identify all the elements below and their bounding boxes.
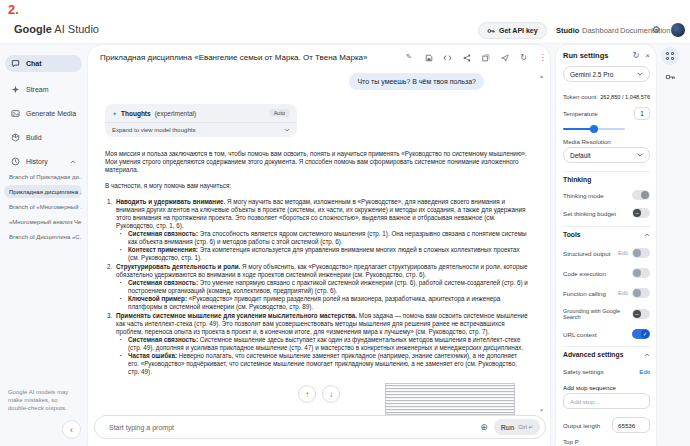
prompt-composer[interactable]: Start typing a prompt ⊕ Run Ctrl ↵: [94, 415, 546, 439]
more-options-icon[interactable]: ⋮: [538, 53, 547, 62]
history-item[interactable]: Branch of Дисциплина «С...: [4, 230, 82, 243]
function-calling-edit-link[interactable]: Edit: [618, 290, 628, 296]
grounding-toggle[interactable]: [632, 309, 650, 319]
output-length-label: Output length: [563, 422, 600, 429]
history-item[interactable]: «Многомерный анализ Че...: [4, 215, 82, 228]
get-code-icon[interactable]: [443, 53, 452, 62]
chevron-down-icon: [284, 128, 290, 132]
top-p-label: Top P: [563, 438, 579, 445]
model-response-text: Моя миссия и польза заключаются в том, ч…: [105, 150, 529, 378]
sidebar-item-chat[interactable]: Chat: [5, 55, 82, 72]
run-button[interactable]: Run Ctrl ↵: [494, 419, 540, 435]
response-list-item: 3. Применять системное мышление для усил…: [105, 312, 529, 376]
media-resolution-value: Default: [570, 152, 591, 159]
chevron-down-icon: [637, 72, 643, 76]
divider: [563, 346, 650, 347]
share-icon[interactable]: [462, 53, 471, 62]
nav-dashboard[interactable]: Dashboard: [582, 26, 619, 35]
model-selector[interactable]: Gemini 2.5 Pro: [563, 66, 650, 82]
thoughts-header: ✦ Thoughts (experimental) Auto: [105, 104, 297, 122]
run-settings-rail-button[interactable]: [661, 47, 679, 65]
sidebar-collapse-button[interactable]: ‹: [62, 420, 81, 439]
thumbs-up-button[interactable]: ↑: [298, 385, 316, 403]
logo-google: Google: [14, 23, 52, 35]
structured-output-edit-link[interactable]: Edit: [618, 250, 628, 256]
add-stop-input[interactable]: [563, 393, 650, 409]
attached-document-thumbnail[interactable]: [385, 383, 515, 415]
sparkle-icon: ✦: [112, 110, 117, 117]
get-api-key-button[interactable]: Get API key: [478, 22, 547, 39]
structured-output-toggle[interactable]: [632, 248, 650, 258]
thinking-budget-toggle[interactable]: [632, 208, 650, 218]
temperature-value-input[interactable]: [634, 107, 650, 120]
tools-section-header[interactable]: Tools: [563, 231, 650, 238]
scrollbar-up-icon[interactable]: ▲: [539, 73, 544, 79]
sidebar-item-label: Chat: [26, 60, 42, 67]
api-key-rail-button[interactable]: [665, 72, 675, 82]
scrollbar-down-icon[interactable]: ▼: [539, 407, 544, 413]
divider: [563, 226, 650, 227]
reset-settings-icon[interactable]: ↻: [633, 51, 640, 60]
user-avatar[interactable]: [671, 23, 685, 37]
response-intro: Моя миссия и польза заключаются в том, ч…: [105, 150, 529, 174]
thinking-mode-toggle[interactable]: [632, 190, 650, 200]
edit-title-icon[interactable]: ✎: [406, 53, 412, 61]
sidebar: Chat Stream Generate Media Build History…: [0, 45, 86, 446]
save-icon[interactable]: [424, 53, 433, 62]
thoughts-subtitle: (experimental): [155, 110, 197, 117]
sidebar-item-label: Stream: [26, 86, 49, 93]
sidebar-item-build[interactable]: Build: [5, 129, 82, 146]
history-item[interactable]: Branch of Прикладная ди...: [4, 170, 82, 183]
history-item[interactable]: Branch of «Многомерный ...: [4, 200, 82, 213]
disclaimer-note: Google AI models may make mistakes, so d…: [8, 388, 74, 412]
temperature-row: Temperature: [563, 107, 650, 120]
sub-bullet: Контекст применения: Эта компетенция исп…: [119, 246, 529, 262]
chat-panel: Прикладная дисциплина «Евангелие семьи о…: [88, 45, 550, 446]
grounding-row: Grounding with Google Search: [563, 308, 650, 320]
history-item-selected[interactable]: Прикладная дисциплина ...: [4, 185, 82, 198]
safety-settings-label: Safety settings: [563, 368, 604, 375]
nav-studio[interactable]: Studio: [556, 26, 579, 35]
sidebar-item-history[interactable]: History: [5, 153, 82, 170]
function-calling-label: Function calling: [563, 290, 606, 297]
sub-bullet: Системная связность: Это умение напрямую…: [119, 279, 529, 295]
chat-toolbar: ↻ ⋮: [424, 53, 547, 62]
list-number: 3.: [107, 312, 112, 320]
list-item-title: Структурировать деятельность и роли.: [116, 263, 240, 270]
thoughts-title: Thoughts: [121, 110, 151, 117]
sidebar-item-stream[interactable]: Stream: [5, 81, 82, 98]
function-calling-toggle[interactable]: [632, 288, 650, 298]
function-calling-row: Function calling Edit: [563, 288, 650, 298]
thinking-budget-label: Set thinking budget: [563, 210, 616, 217]
close-panel-icon[interactable]: ×: [645, 51, 650, 60]
app-logo[interactable]: Google AI Studio: [14, 23, 99, 35]
thoughts-expand-row[interactable]: Expand to view model thoughts: [105, 122, 297, 137]
app-header: Google AI Studio Get API key Studio Dash…: [0, 18, 690, 44]
temperature-slider-knob[interactable]: [590, 125, 598, 133]
settings-gear-icon[interactable]: ⚙: [652, 24, 661, 35]
sidebar-item-generate-media[interactable]: Generate Media: [5, 105, 82, 122]
history-item-label: Branch of Прикладная ди...: [9, 174, 82, 180]
chat-title: Прикладная дисциплина «Евангелие семьи о…: [100, 53, 368, 62]
key-icon: [665, 72, 675, 82]
url-context-toggle[interactable]: [632, 329, 650, 339]
advanced-settings-header[interactable]: Advanced settings: [563, 351, 650, 358]
structured-output-row: Structured output Edit: [563, 248, 650, 258]
history-icon: [11, 157, 20, 166]
advanced-settings-title: Advanced settings: [563, 351, 623, 358]
compare-icon[interactable]: [481, 53, 490, 62]
media-resolution-selector[interactable]: Default: [563, 147, 650, 163]
thumbs-down-button[interactable]: ↓: [322, 385, 340, 403]
add-media-icon[interactable]: ⊕: [480, 422, 488, 432]
list-number: 1.: [107, 198, 112, 206]
nav-documentation[interactable]: Documentation: [620, 26, 678, 35]
thoughts-card[interactable]: ✦ Thoughts (experimental) Auto Expand to…: [105, 104, 297, 137]
thinking-mode-label: Thinking mode: [563, 192, 604, 199]
prompt-input[interactable]: Start typing a prompt: [109, 424, 480, 431]
safety-settings-edit-link[interactable]: Edit: [639, 368, 650, 375]
clear-chat-icon[interactable]: ↻: [519, 53, 528, 62]
code-execution-toggle[interactable]: [632, 268, 650, 278]
thinking-budget-row: Set thinking budget: [563, 208, 650, 218]
send-to-icon[interactable]: [500, 53, 509, 62]
output-length-input[interactable]: [612, 417, 650, 433]
